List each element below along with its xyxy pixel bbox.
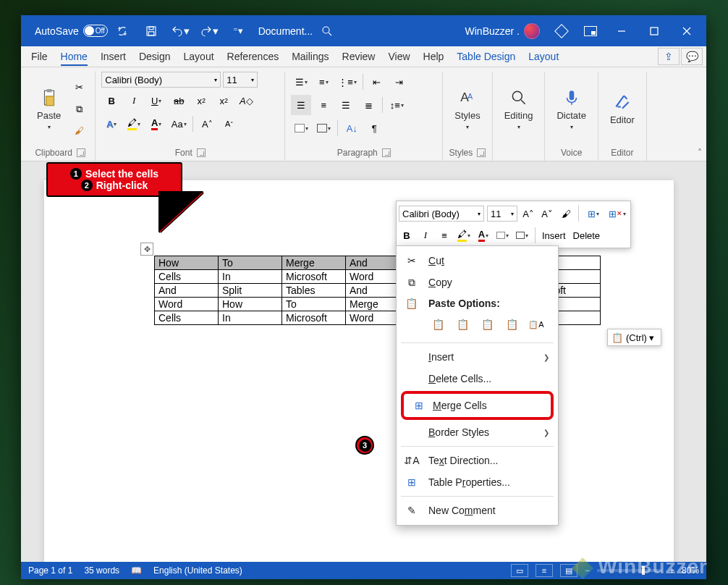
show-marks-button[interactable]: ¶ — [364, 118, 384, 138]
tab-design[interactable]: Design — [132, 48, 177, 65]
sync-icon[interactable] — [108, 15, 137, 46]
paste-keep-text[interactable]: 📋 — [502, 315, 521, 334]
shrink-font-button[interactable]: A˅ — [219, 114, 240, 134]
tab-home[interactable]: Home — [54, 48, 94, 65]
tab-insert[interactable]: Insert — [94, 48, 132, 65]
save-icon[interactable] — [137, 15, 166, 46]
ctx-copy[interactable]: ⧉Copy — [397, 272, 558, 293]
clear-format-button[interactable]: A◇ — [236, 91, 256, 111]
tab-review[interactable]: Review — [336, 48, 382, 65]
styles-dialog-launcher[interactable] — [477, 148, 486, 157]
paste-insert-new[interactable]: 📋 — [478, 315, 496, 334]
paste-button[interactable]: Paste▾ — [31, 85, 67, 133]
dictate-button[interactable]: Dictate▾ — [551, 72, 591, 146]
redo-button[interactable]: ▾ — [195, 15, 224, 46]
mini-grow-font[interactable]: A˄ — [520, 206, 536, 222]
increase-indent-button[interactable]: ⇥ — [389, 72, 410, 92]
ctx-insert[interactable]: Insert❯ — [397, 346, 558, 368]
ctx-delete-cells[interactable]: Delete Cells... — [397, 368, 558, 390]
mini-borders[interactable]: ▾ — [514, 227, 530, 243]
justify-button[interactable]: ≣ — [358, 95, 378, 115]
ctx-cut[interactable]: ✂Cut — [397, 250, 558, 272]
mini-delete-dropdown[interactable]: ⊞✕▾ — [606, 203, 628, 224]
editing-button[interactable]: Editing▾ — [499, 72, 539, 146]
tab-layout[interactable]: Layout — [177, 48, 221, 65]
view-print[interactable]: ≡ — [536, 564, 553, 577]
ctx-new-comment[interactable]: ✎New Comment — [397, 500, 558, 521]
mini-highlight[interactable]: 🖍▾ — [455, 227, 473, 243]
mini-align[interactable]: ≡ — [436, 227, 452, 243]
status-language[interactable]: English (United States) — [153, 565, 242, 576]
paragraph-dialog-launcher[interactable] — [382, 148, 391, 157]
tab-file[interactable]: File — [25, 48, 54, 65]
subscript-button[interactable]: x2 — [191, 91, 211, 111]
mini-insert-dropdown[interactable]: ⊞▾ — [583, 203, 604, 224]
ctx-table-properties[interactable]: ⊞Table Properties... — [397, 471, 558, 493]
line-spacing-button[interactable]: ↕≡▾ — [386, 95, 407, 115]
mini-bold[interactable]: B — [399, 227, 415, 243]
borders-button[interactable]: ▾ — [313, 118, 334, 138]
mini-delete-label[interactable]: Delete — [571, 225, 603, 245]
multilevel-button[interactable]: ⋮≡▾ — [336, 72, 359, 92]
premium-icon[interactable] — [547, 15, 576, 46]
grow-font-button[interactable]: A˄ — [197, 114, 217, 134]
mini-format-painter[interactable]: 🖌 — [558, 206, 574, 222]
search-icon[interactable] — [313, 15, 342, 46]
editor-button[interactable]: Editor — [604, 72, 640, 146]
sort-button[interactable]: A↓ — [342, 118, 362, 138]
mini-shading[interactable]: ▾ — [494, 227, 511, 243]
bullets-button[interactable]: ☰▾ — [291, 72, 311, 92]
minimize-button[interactable] — [605, 15, 638, 46]
close-button[interactable] — [670, 15, 703, 46]
status-page[interactable]: Page 1 of 1 — [28, 565, 72, 576]
format-painter-button[interactable]: 🖌 — [69, 121, 89, 141]
paste-merge-table[interactable]: 📋 — [453, 315, 472, 334]
mini-font-color[interactable]: A▾ — [475, 227, 491, 243]
collapse-ribbon-button[interactable]: ˄ — [698, 148, 702, 158]
view-focus[interactable]: ▭ — [511, 564, 528, 577]
paste-text-only[interactable]: 📋A — [527, 315, 546, 334]
highlight-button[interactable]: 🖍▾ — [124, 114, 144, 134]
font-size-combo[interactable]: 11▾ — [223, 72, 258, 88]
copy-button[interactable]: ⧉ — [69, 99, 89, 119]
numbering-button[interactable]: ≡▾ — [313, 72, 334, 92]
font-name-combo[interactable]: Calibri (Body)▾ — [101, 72, 221, 88]
autosave-toggle[interactable]: AutoSave Off — [35, 25, 108, 37]
app-window-icon[interactable] — [576, 15, 605, 46]
cut-button[interactable]: ✂ — [69, 77, 89, 98]
tab-view[interactable]: View — [381, 48, 416, 65]
superscript-button[interactable]: x2 — [213, 91, 234, 111]
shading-button[interactable]: ▾ — [291, 118, 311, 138]
mini-size-combo[interactable]: 11▾ — [487, 206, 517, 222]
tab-references[interactable]: References — [221, 48, 286, 65]
table-move-handle[interactable]: ✥ — [140, 243, 153, 256]
tab-mailings[interactable]: Mailings — [285, 48, 335, 65]
account-avatar[interactable] — [524, 23, 540, 39]
ctx-text-direction[interactable]: ⇵AText Direction... — [397, 450, 558, 471]
tab-table-design[interactable]: Table Design — [450, 48, 522, 65]
decrease-indent-button[interactable]: ⇤ — [367, 72, 387, 92]
ctx-merge-cells[interactable]: ⊞Merge Cells — [404, 394, 551, 417]
mini-insert-label[interactable]: Insert — [540, 225, 568, 245]
tab-help[interactable]: Help — [417, 48, 451, 65]
font-dialog-launcher[interactable] — [197, 148, 206, 157]
font-color-button[interactable]: A▾ — [146, 114, 166, 134]
text-effects-button[interactable]: A▾ — [101, 114, 122, 134]
bold-button[interactable]: B — [101, 91, 122, 111]
styles-button[interactable]: AA Styles▾ — [449, 72, 486, 146]
align-right-button[interactable]: ☰ — [336, 95, 356, 115]
ctx-border-styles[interactable]: Border Styles❯ — [397, 421, 558, 443]
change-case-button[interactable]: Aa▾ — [169, 114, 189, 134]
paste-nest-table[interactable]: 📋 — [428, 315, 447, 334]
status-proofing-icon[interactable]: 📖 — [131, 565, 142, 576]
italic-button[interactable]: I — [124, 91, 144, 111]
status-words[interactable]: 35 words — [84, 565, 119, 576]
underline-button[interactable]: U▾ — [146, 91, 166, 111]
mini-shrink-font[interactable]: A˅ — [539, 206, 555, 222]
share-button[interactable]: ⇪ — [658, 48, 680, 65]
mini-italic[interactable]: I — [418, 227, 433, 243]
strikethrough-button[interactable]: ab — [169, 91, 189, 111]
align-center-button[interactable]: ≡ — [313, 95, 334, 115]
clipboard-dialog-launcher[interactable] — [77, 148, 85, 157]
tab-table-layout[interactable]: Layout — [522, 48, 565, 65]
